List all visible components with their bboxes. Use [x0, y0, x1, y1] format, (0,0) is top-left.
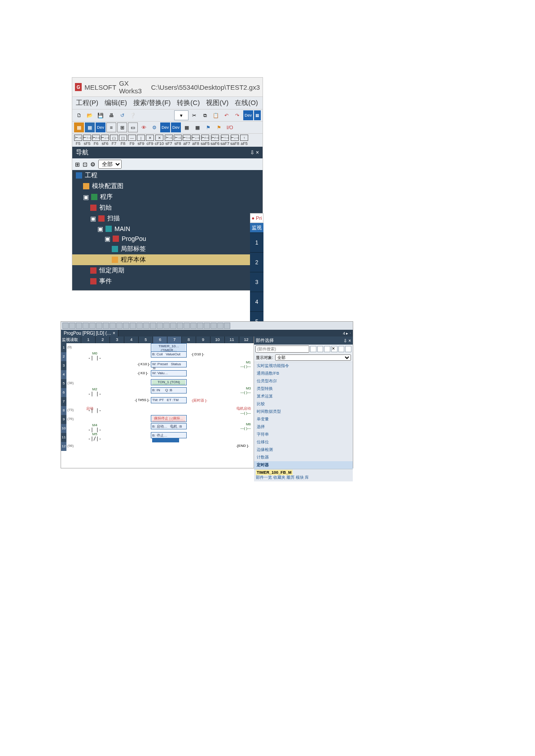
ld-f7[interactable]: ( )F7 [110, 135, 118, 146]
expand-icon[interactable]: ▣ [90, 215, 96, 222]
tb-i0[interactable]: I/O [225, 122, 235, 132]
tb-icon[interactable] [83, 323, 89, 329]
nav-pin-close[interactable]: ⇩ × [250, 149, 259, 156]
tb-icon[interactable] [163, 323, 170, 329]
ld-sf8[interactable]: ⊢⊣sF8 [174, 135, 182, 146]
tb-icon-3[interactable]: ≡ [106, 122, 116, 132]
contact-inline[interactable]: -| |- [88, 408, 101, 413]
coil-motor[interactable]: 电机启动—( )— [237, 406, 251, 415]
cat-item[interactable]: 单变量 [254, 415, 353, 423]
fb-ton[interactable]: TON_1 (TON) [151, 379, 187, 385]
expand-icon[interactable]: ▣ [97, 225, 103, 232]
menu-online[interactable]: 在线(O) [235, 99, 258, 107]
panel-pin-icon[interactable]: ⇩ × [343, 338, 351, 343]
menu-edit[interactable]: 编辑(E) [105, 99, 127, 107]
tb-icon[interactable] [76, 323, 82, 329]
contact-m2[interactable]: M2-| |- [88, 387, 101, 396]
tb-icon[interactable] [157, 323, 163, 329]
cat-item[interactable]: 类型转换 [254, 385, 353, 393]
contact-m0[interactable]: M0-| |- [88, 351, 101, 360]
coil-m6[interactable]: M6—( )— [240, 422, 251, 430]
ld-sf9[interactable]: |sF9 [137, 135, 145, 146]
ld-sf5[interactable]: ⊢↑⊣sF5 [83, 135, 91, 146]
tb-icon[interactable] [96, 323, 102, 329]
tb-icon[interactable] [210, 323, 217, 329]
tb-icon[interactable] [62, 323, 69, 329]
tab-pin[interactable]: 4 ▸ ⋅ [343, 331, 351, 336]
tb-dev3[interactable]: Dev [171, 122, 181, 132]
ld-saf5[interactable]: ⊢/⊣saF5 [201, 135, 210, 146]
cat-item[interactable]: 位移位 [254, 438, 353, 446]
fb-port[interactable]: TM: PT ET :TM [151, 397, 187, 403]
nav-view-icon-1[interactable]: ⊞ [75, 161, 80, 168]
tb-icon[interactable] [170, 323, 176, 329]
cat-item[interactable]: 通用函数/FB [254, 370, 353, 377]
tb-icon[interactable] [190, 323, 197, 329]
tb-icon[interactable] [177, 323, 183, 329]
ld-f6[interactable]: ⊢/⊣F6 [92, 135, 100, 146]
pri-badge[interactable]: ● Pri [250, 213, 263, 223]
search-icon[interactable] [310, 346, 316, 352]
fb-port[interactable]: W: Valu… [151, 370, 187, 376]
tb-icon[interactable] [130, 323, 136, 329]
menu-find[interactable]: 搜索/替换(F) [133, 99, 171, 107]
cat-item[interactable]: 边缘检测 [254, 446, 353, 454]
refresh-icon[interactable] [317, 346, 324, 352]
tb-icon[interactable] [89, 323, 96, 329]
dock-num-2[interactable]: 2 [250, 253, 263, 272]
coil-m1[interactable]: M1—( )— [240, 360, 251, 368]
monitor-tab[interactable]: 监视 [250, 223, 263, 233]
dropdown-icon[interactable]: ▾ [174, 110, 189, 120]
cat-item[interactable]: 位类型布尔 [254, 377, 353, 385]
open-icon[interactable]: 📂 [85, 110, 95, 120]
tb-icon[interactable] [197, 323, 203, 329]
tb-icon[interactable] [150, 323, 156, 329]
ld-cf9[interactable]: ✕cF9 [146, 135, 154, 146]
fb-port[interactable]: B: 停止… [151, 432, 187, 438]
ld-f9[interactable]: —F9 [128, 135, 136, 146]
show-target-select[interactable]: 全部 [275, 354, 351, 361]
tb-dev2[interactable]: Dev [160, 122, 170, 132]
cat-item[interactable]: 算术运算 [254, 393, 353, 400]
new-icon[interactable]: 🗋 [74, 110, 84, 120]
tree-event[interactable]: 事件 [72, 276, 263, 287]
tb-icon[interactable] [123, 323, 129, 329]
undo-icon[interactable]: ↺ [117, 110, 127, 120]
tb-icon-8[interactable]: ▦ [182, 122, 192, 132]
cat-item[interactable]: 计数器 [254, 454, 353, 461]
tb-icon[interactable] [143, 323, 149, 329]
ld-saf7[interactable]: ⊢↑⊣saF7 [220, 135, 229, 146]
ld-af5[interactable]: ↑aF5 [240, 135, 248, 146]
tree-project[interactable]: 工程 [72, 170, 263, 181]
cat-item-timer[interactable]: 定时器 [254, 461, 353, 469]
up-icon[interactable] [345, 346, 351, 352]
cut-icon[interactable]: ✂ [189, 110, 199, 120]
contact-m4[interactable]: M4-| |- [88, 423, 101, 432]
dock-num-3[interactable]: 3 [250, 272, 263, 292]
tree-program[interactable]: ▣程序 [72, 192, 263, 202]
tb-icon-4[interactable]: ⊞ [117, 122, 127, 132]
tb-icon[interactable] [103, 323, 109, 329]
ld-cf10[interactable]: ✕cF10 [155, 135, 164, 146]
ld-f8[interactable]: [ ]F8 [119, 135, 127, 146]
tb-icon[interactable] [224, 323, 230, 329]
dev2-badge[interactable]: ▦ [254, 110, 261, 120]
nav-view-icon-2[interactable]: ⊡ [83, 161, 88, 168]
undo2-icon[interactable]: ↶ [222, 110, 232, 120]
dock-num-1[interactable]: 1 [250, 233, 263, 253]
ld-sf6[interactable]: ⊢↓⊣sF6 [101, 135, 109, 146]
tree-progpou[interactable]: ▣ProgPou [72, 234, 263, 244]
tb-icon[interactable] [116, 323, 123, 329]
tb-icon-10[interactable]: ⚑ [203, 122, 213, 132]
tb-icon[interactable] [217, 323, 224, 329]
help-icon[interactable]: ❔ [128, 110, 138, 120]
tree-scan[interactable]: ▣扫描 [72, 213, 263, 224]
tb-icon-5[interactable]: ▭ [128, 122, 138, 132]
tree-initial[interactable]: 初始 [72, 202, 263, 213]
contact-m5[interactable]: M5-|/|- [88, 432, 101, 441]
ladder-editor[interactable]: 监视读取 ▾ 1 2 3 4 5 6 7 8 9 10 11 12 1 (0) … [61, 336, 254, 468]
menu-view[interactable]: 视图(V) [206, 99, 228, 107]
tree-program-body[interactable]: 程序本体 [72, 254, 263, 265]
copy-icon[interactable]: ⧉ [200, 110, 210, 120]
tree-local-label[interactable]: 局部标签 [72, 244, 263, 254]
